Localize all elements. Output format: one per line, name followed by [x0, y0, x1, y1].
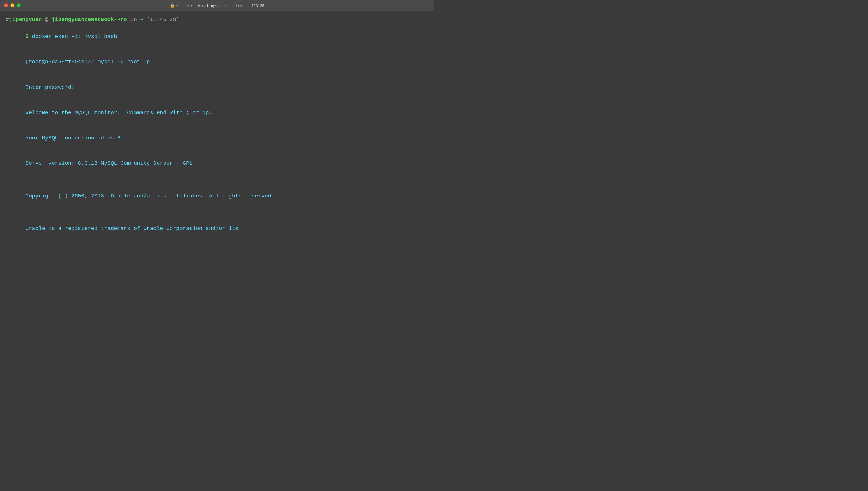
- title-label: ~ — docker exec -it mysql bash — docker …: [177, 3, 264, 8]
- in-text: in: [127, 16, 140, 24]
- command-docker: docker exec -it mysql bash: [29, 33, 117, 40]
- title-icon: 🔒: [170, 3, 175, 8]
- connection-id-line: Your MySQL connection id is 8: [6, 126, 428, 151]
- welcome-text: Welcome to the MySQL monitor. Commands e…: [25, 110, 212, 116]
- traffic-lights: [4, 3, 21, 7]
- path: ~: [140, 16, 143, 24]
- terminal-window: 🔒 ~ — docker exec -it mysql bash — docke…: [0, 0, 434, 246]
- enter-password-text: Enter password:: [25, 84, 74, 91]
- copyright-text: Copyright (c) 2000, 2018, Oracle and/or …: [25, 193, 274, 199]
- hostname: jipengyuandeMacBook-Pro: [52, 16, 127, 24]
- command-line-1: $ docker exec -it mysql bash: [6, 24, 428, 49]
- close-button[interactable]: [4, 3, 8, 7]
- hash-symbol: #: [6, 16, 9, 24]
- titlebar: 🔒 ~ — docker exec -it mysql bash — docke…: [0, 0, 434, 11]
- minimize-button[interactable]: [10, 3, 14, 7]
- server-version-text: Server version: 8.0.13 MySQL Community S…: [25, 160, 192, 167]
- at-sign: @: [42, 16, 52, 24]
- blank-line-2: [6, 209, 428, 216]
- maximize-button[interactable]: [17, 3, 21, 7]
- oracle-line-2: affiliates. Other names may be trademark…: [6, 241, 428, 246]
- terminal-content[interactable]: # jipengyuan @ jipengyuandeMacBook-Pro i…: [0, 11, 434, 246]
- copyright-line: Copyright (c) 2000, 2018, Oracle and/or …: [6, 183, 428, 209]
- dollar-prompt: $: [25, 33, 28, 40]
- timestamp: [11:46:28]: [143, 16, 179, 24]
- root-prompt-line: [root@b9da55ff304e:/# mysql -u root -p: [6, 50, 428, 75]
- welcome-line: Welcome to the MySQL monitor. Commands e…: [6, 100, 428, 125]
- connection-id-text: Your MySQL connection id is 8: [25, 135, 120, 141]
- server-version-line: Server version: 8.0.13 MySQL Community S…: [6, 151, 428, 176]
- oracle-line-1: Oracle is a registered trademark of Orac…: [6, 216, 428, 241]
- blank-line-1: [6, 176, 428, 183]
- prompt-line-1: # jipengyuan @ jipengyuandeMacBook-Pro i…: [6, 16, 428, 24]
- oracle-text-1: Oracle is a registered trademark of Orac…: [25, 225, 238, 232]
- titlebar-text: 🔒 ~ — docker exec -it mysql bash — docke…: [170, 3, 264, 8]
- enter-password-line: Enter password:: [6, 75, 428, 100]
- username: jipengyuan: [9, 16, 42, 24]
- root-prompt: [root@b9da55ff304e:/# mysql -u root -p: [25, 59, 150, 65]
